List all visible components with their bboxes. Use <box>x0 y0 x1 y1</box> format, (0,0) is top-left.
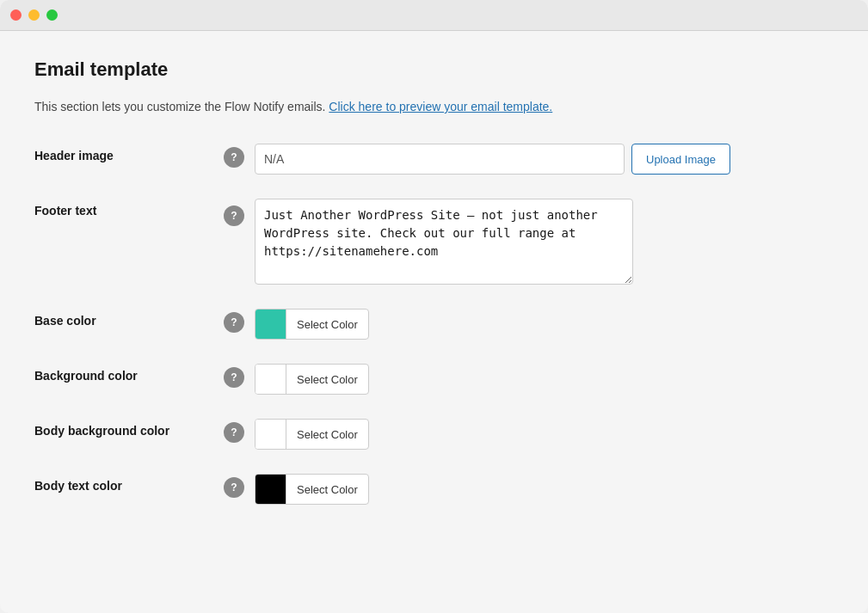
header-image-input[interactable] <box>255 144 625 175</box>
body-background-color-row: Body background color ? Select Color <box>34 419 834 450</box>
background-color-label: Background color <box>34 364 224 383</box>
footer-text-row: Footer text ? <box>34 199 834 285</box>
body-background-color-label: Body background color <box>34 419 224 438</box>
body-text-color-label: Body text color <box>34 474 224 493</box>
body-background-color-swatch <box>255 420 286 449</box>
base-color-swatch <box>255 310 286 339</box>
body-background-color-help[interactable]: ? <box>224 422 244 443</box>
base-color-control: Select Color <box>255 309 834 340</box>
body-background-color-button-label: Select Color <box>286 428 368 441</box>
close-button[interactable] <box>10 9 22 21</box>
body-text-color-button[interactable]: Select Color <box>255 474 369 505</box>
page-title: Email template <box>34 58 834 81</box>
header-image-row: Header image ? Upload Image <box>34 144 834 175</box>
body-text-color-swatch <box>255 475 286 504</box>
body-text-color-button-label: Select Color <box>286 483 368 496</box>
body-text-color-row: Body text color ? Select Color <box>34 474 834 505</box>
upload-image-button[interactable]: Upload Image <box>631 144 730 175</box>
base-color-button-label: Select Color <box>286 318 368 331</box>
header-image-label: Header image <box>34 144 224 162</box>
header-image-control: Upload Image <box>255 144 834 175</box>
page-content: Email template This section lets you cus… <box>0 31 868 613</box>
base-color-label: Base color <box>34 309 224 328</box>
minimize-button[interactable] <box>28 9 40 21</box>
description-text: This section lets you customize the Flow… <box>34 100 325 113</box>
background-color-button[interactable]: Select Color <box>255 364 369 395</box>
body-text-color-control: Select Color <box>255 474 834 505</box>
base-color-row: Base color ? Select Color <box>34 309 834 340</box>
background-color-help[interactable]: ? <box>224 367 244 388</box>
footer-text-help[interactable]: ? <box>224 205 244 226</box>
header-image-help[interactable]: ? <box>224 147 244 168</box>
footer-text-control <box>255 199 834 285</box>
page-description: This section lets you customize the Flow… <box>34 98 834 116</box>
footer-text-label: Footer text <box>34 199 224 218</box>
preview-link[interactable]: Click here to preview your email templat… <box>329 100 552 113</box>
background-color-button-label: Select Color <box>286 373 368 386</box>
title-bar <box>0 0 868 31</box>
body-background-color-control: Select Color <box>255 419 834 450</box>
body-background-color-button[interactable]: Select Color <box>255 419 369 450</box>
maximize-button[interactable] <box>46 9 58 21</box>
footer-text-input[interactable] <box>255 199 633 285</box>
body-text-color-help[interactable]: ? <box>224 477 244 498</box>
base-color-help[interactable]: ? <box>224 312 244 333</box>
background-color-row: Background color ? Select Color <box>34 364 834 395</box>
background-color-swatch <box>255 365 286 394</box>
background-color-control: Select Color <box>255 364 834 395</box>
base-color-button[interactable]: Select Color <box>255 309 369 340</box>
